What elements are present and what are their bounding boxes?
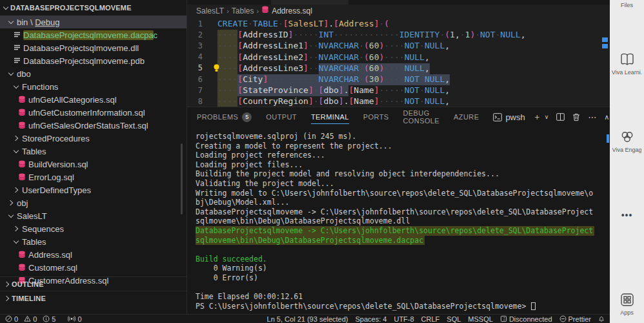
sidebar-item-userdefinedtypes[interactable]: UserDefinedTypes xyxy=(0,183,186,196)
status-ln-5-col-21-93-selected[interactable]: Ln 5, Col 21 (93 selected) xyxy=(267,315,348,323)
whitespace-dots: ····· xyxy=(379,85,404,95)
code-line-6[interactable]: 6····[City]··········NVARCHAR·(30)····NO… xyxy=(187,74,610,85)
status-broadcast-0[interactable]: 0 xyxy=(68,315,81,323)
code-token: ( xyxy=(364,74,369,84)
sidebar-item-customer.sql[interactable]: Customer.sql xyxy=(0,261,186,274)
sidebar-item-functions[interactable]: Functions xyxy=(0,80,186,93)
status-error-0[interactable]: 0 xyxy=(5,315,18,323)
rail-item-viva-engage[interactable]: Viva Engag xyxy=(610,129,644,153)
code-token: . xyxy=(344,96,349,106)
new-terminal-button[interactable]: ＋ ∨ xyxy=(533,111,549,123)
code-token: [ xyxy=(237,41,243,50)
sidebar-item-ufngetcustomerinformation.sql[interactable]: ufnGetCustomerInformation.sql xyxy=(0,106,186,119)
code-token: ] xyxy=(374,19,379,28)
breadcrumb[interactable]: SalesLT›Tables›Address.sql xyxy=(187,5,610,17)
sidebar-item-tables[interactable]: Tables xyxy=(0,235,186,248)
breadcrumb-file[interactable]: Address.sql xyxy=(272,6,312,16)
code-token: , xyxy=(445,85,450,95)
code-token: StateProvince xyxy=(243,85,308,95)
active-tab-sliver[interactable] xyxy=(271,0,348,5)
whitespace-dots: · xyxy=(460,30,465,39)
section-outline[interactable]: OUTLINE xyxy=(0,276,187,291)
sidebar-scrollbar[interactable] xyxy=(181,143,183,214)
rail-item-apps[interactable]: Apps xyxy=(610,292,644,316)
panel-tab-debug-console[interactable]: DEBUG CONSOLE xyxy=(403,107,440,127)
panel-tab-terminal[interactable]: TERMINAL xyxy=(311,107,349,127)
sidebar-item-databaseprojectsqlmoveme.dacpac[interactable]: DatabaseProjectsqlmoveme.dacpac xyxy=(0,28,186,41)
sidebar-item-databaseprojectsqlmoveme.dll[interactable]: DatabaseProjectsqlmoveme.dll xyxy=(0,41,186,54)
sidebar-item-ufngetsalesorderstatustext.sql[interactable]: ufnGetSalesOrderStatusText.sql xyxy=(0,119,186,132)
sidebar-item-storedprocedures[interactable]: StoredProcedures xyxy=(0,132,186,145)
code-token: NOT xyxy=(480,30,495,39)
code-token: ] xyxy=(303,41,308,50)
code-line-3[interactable]: 3····[AddressLine1]··NVARCHAR·(60)····NO… xyxy=(187,40,610,51)
code-editor[interactable]: 1CREATE·TABLE·[SalesLT].[Address]·(2····… xyxy=(187,17,610,107)
explorer-root-folder[interactable]: DATABASEPROJECTSQLMOVEME xyxy=(0,0,186,16)
section-timeline[interactable]: TIMELINE xyxy=(0,291,187,305)
sidebar-item-saleslt[interactable]: SalesLT xyxy=(0,209,186,222)
panel-tab-problems[interactable]: PROBLEMS5 xyxy=(197,107,252,127)
status-crlf[interactable]: CRLF xyxy=(421,315,440,323)
breadcrumb-segment[interactable]: SalesLT xyxy=(196,6,224,16)
status-info-5[interactable]: 5 xyxy=(43,315,55,323)
status-spaces-4[interactable]: Spaces: 4 xyxy=(356,315,387,323)
whitespace-dots: · xyxy=(314,85,319,95)
terminal-scrollbar[interactable] xyxy=(607,134,609,143)
terminal-shell-button[interactable]: pwsh xyxy=(493,112,525,122)
whitespace-dots: ·· xyxy=(308,63,319,73)
status-slash-prettier[interactable]: Prettier xyxy=(559,315,591,323)
panel-actions: pwsh ＋ ∨ ⋯ ∧ × xyxy=(493,111,610,123)
panel-tab-ports[interactable]: PORTS xyxy=(363,107,389,127)
lightbulb-icon[interactable] xyxy=(213,64,220,74)
code-token: SalesLT xyxy=(288,19,324,28)
rail-item-viva-learning[interactable]: Viva Learni. xyxy=(610,52,644,76)
code-line-2[interactable]: 2····[AddressID]·····INT·············IDE… xyxy=(187,29,610,40)
breadcrumb-segment[interactable]: Tables xyxy=(232,6,254,16)
sidebar-item-buildversion.sql[interactable]: BuildVersion.sql xyxy=(0,158,186,171)
terminal-cursor xyxy=(531,302,536,310)
line-number: 3 xyxy=(187,41,209,50)
code-line-1[interactable]: 1CREATE·TABLE·[SalesLT].[Address]·( xyxy=(187,18,610,29)
rail-item-more[interactable]: ••• xyxy=(610,210,644,220)
sidebar-item-errorlog.sql[interactable]: ErrorLog.sql xyxy=(0,171,186,183)
folder-link[interactable]: Debug xyxy=(35,17,59,27)
code-line-5[interactable]: 5····[AddressLine3]··NVARCHAR·(60)····NU… xyxy=(187,63,610,74)
status-mssql[interactable]: MSSQL xyxy=(468,315,493,323)
maximize-panel-button[interactable]: ∧ xyxy=(604,113,609,121)
sidebar-item-address.sql[interactable]: Address.sql xyxy=(0,248,186,261)
terminal-line: DatabaseProjectsqlmoveme -> C:\Users\joh… xyxy=(196,226,594,236)
chevron-down-icon xyxy=(12,147,21,156)
kill-terminal-button[interactable] xyxy=(572,113,580,121)
status-plug-disconnected[interactable]: Disconnected xyxy=(500,315,552,323)
sidebar-item-obj[interactable]: obj xyxy=(0,196,186,209)
code-line-8[interactable]: 8····[CountryRegion]·[dbo].[Name]·····NO… xyxy=(187,96,610,107)
panel-tab-azure[interactable]: AZURE xyxy=(454,107,479,127)
code-line-4[interactable]: 4····[AddressLine2]··NVARCHAR·(60)····NU… xyxy=(187,52,610,63)
sidebar-item-tables[interactable]: Tables xyxy=(0,145,186,158)
item-label: DatabaseProjectsqlmoveme.dll xyxy=(23,43,139,53)
plug-icon xyxy=(500,315,507,322)
sidebar-item-databaseprojectsqlmoveme.pdb[interactable]: DatabaseProjectsqlmoveme.pdb xyxy=(0,54,186,67)
server-icon xyxy=(500,315,507,322)
sidebar-item-dbo[interactable]: dbo xyxy=(0,67,186,80)
sidebar-item-bin-debug[interactable]: bin \ Debug xyxy=(0,16,186,28)
status-utf-8[interactable]: UTF-8 xyxy=(394,315,414,323)
more-actions-button[interactable]: ⋯ xyxy=(588,112,596,122)
database-icon xyxy=(18,251,26,258)
line-number: 1 xyxy=(187,19,209,28)
file-icon xyxy=(14,31,21,39)
sidebar-item-ufngetallcategories.sql[interactable]: ufnGetAllCategories.sql xyxy=(0,93,186,106)
terminal-output[interactable]: rojectsqlmoveme.sqlproj (in 245 ms).Crea… xyxy=(187,127,610,311)
panel-tab-output[interactable]: OUTPUT xyxy=(266,107,297,127)
status-warning-0[interactable]: 0 xyxy=(24,315,37,323)
status-sql[interactable]: SQL xyxy=(447,315,461,323)
split-terminal-button[interactable] xyxy=(556,113,565,121)
info-icon xyxy=(43,315,50,322)
apps-icon xyxy=(619,292,635,307)
rail-item-files[interactable]: Files xyxy=(610,2,644,8)
chevron-right-icon xyxy=(12,185,21,194)
status-bell[interactable] xyxy=(598,315,605,322)
code-line-7[interactable]: 7····[StateProvince]·[dbo].[Name]·····NO… xyxy=(187,85,610,96)
sidebar-item-sequences[interactable]: Sequences xyxy=(0,222,186,235)
status-label: Prettier xyxy=(569,315,591,323)
